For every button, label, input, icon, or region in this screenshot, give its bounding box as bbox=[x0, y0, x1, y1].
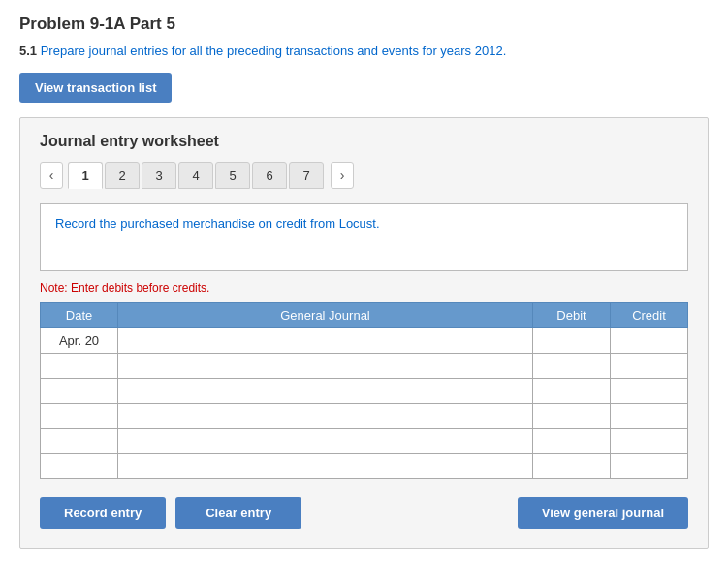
cell-date-6 bbox=[41, 454, 118, 479]
note-text: Note: Enter debits before credits. bbox=[40, 281, 688, 294]
cell-date-3 bbox=[41, 379, 118, 404]
tab-7[interactable]: 7 bbox=[289, 162, 324, 189]
tab-prev-button[interactable]: ‹ bbox=[40, 162, 63, 189]
cell-general-4[interactable] bbox=[118, 404, 533, 429]
cell-date-1: Apr. 20 bbox=[41, 328, 118, 354]
tab-5[interactable]: 5 bbox=[215, 162, 250, 189]
tab-3[interactable]: 3 bbox=[142, 162, 176, 189]
table-row bbox=[41, 454, 688, 479]
table-row: Apr. 20 bbox=[41, 328, 688, 354]
table-row bbox=[41, 429, 688, 454]
tab-next-button[interactable]: › bbox=[331, 162, 354, 189]
cell-debit-6[interactable] bbox=[533, 454, 611, 479]
cell-credit-2[interactable] bbox=[611, 354, 688, 379]
record-entry-button[interactable]: Record entry bbox=[40, 497, 166, 529]
cell-general-3[interactable] bbox=[118, 379, 533, 404]
cell-general-5[interactable] bbox=[118, 429, 533, 454]
cell-date-5 bbox=[41, 429, 118, 454]
cell-debit-4[interactable] bbox=[533, 404, 611, 429]
view-general-journal-button[interactable]: View general journal bbox=[518, 497, 688, 529]
tab-2[interactable]: 2 bbox=[105, 162, 140, 189]
col-header-general-journal: General Journal bbox=[118, 303, 533, 328]
description-text: Record the purchased merchandise on cred… bbox=[55, 216, 380, 231]
col-header-credit: Credit bbox=[611, 303, 688, 328]
cell-credit-5[interactable] bbox=[611, 429, 688, 454]
tabs: 1 2 3 4 5 6 7 bbox=[68, 162, 326, 189]
table-row bbox=[41, 354, 688, 379]
page-title: Problem 9-1A Part 5 bbox=[19, 15, 709, 34]
cell-credit-4[interactable] bbox=[611, 404, 688, 429]
cell-debit-2[interactable] bbox=[533, 354, 611, 379]
cell-credit-6[interactable] bbox=[611, 454, 688, 479]
col-header-date: Date bbox=[41, 303, 118, 328]
cell-debit-5[interactable] bbox=[533, 429, 611, 454]
cell-date-4 bbox=[41, 404, 118, 429]
tabs-row: ‹ 1 2 3 4 5 6 7 › bbox=[40, 162, 688, 189]
tab-6[interactable]: 6 bbox=[252, 162, 287, 189]
table-row bbox=[41, 404, 688, 429]
bottom-buttons: Record entry Clear entry View general jo… bbox=[40, 497, 688, 529]
col-header-debit: Debit bbox=[533, 303, 611, 328]
journal-table: Date General Journal Debit Credit Apr. 2… bbox=[40, 302, 688, 479]
description-box: Record the purchased merchandise on cred… bbox=[40, 203, 688, 271]
cell-general-6[interactable] bbox=[118, 454, 533, 479]
instruction: 5.1 Prepare journal entries for all the … bbox=[19, 44, 709, 58]
worksheet-container: Journal entry worksheet ‹ 1 2 3 4 5 6 7 … bbox=[19, 117, 709, 549]
table-row bbox=[41, 379, 688, 404]
cell-credit-1[interactable] bbox=[611, 328, 688, 354]
cell-credit-3[interactable] bbox=[611, 379, 688, 404]
cell-general-1[interactable] bbox=[118, 328, 533, 354]
tab-1[interactable]: 1 bbox=[68, 162, 103, 189]
worksheet-title: Journal entry worksheet bbox=[40, 133, 688, 150]
view-transaction-list-button[interactable]: View transaction list bbox=[19, 73, 172, 103]
clear-entry-button[interactable]: Clear entry bbox=[175, 497, 301, 529]
cell-date-2 bbox=[41, 354, 118, 379]
cell-general-2[interactable] bbox=[118, 354, 533, 379]
tab-4[interactable]: 4 bbox=[178, 162, 213, 189]
cell-debit-3[interactable] bbox=[533, 379, 611, 404]
cell-debit-1[interactable] bbox=[533, 328, 611, 354]
